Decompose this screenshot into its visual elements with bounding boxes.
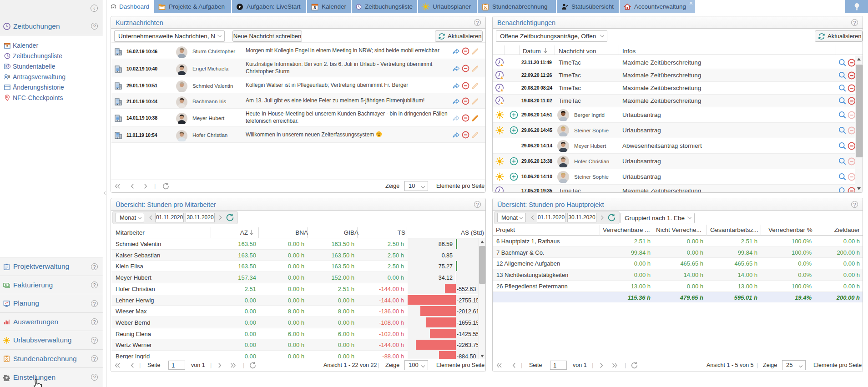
svg-text:3: 3 <box>313 5 316 10</box>
svg-text:3: 3 <box>6 44 9 48</box>
